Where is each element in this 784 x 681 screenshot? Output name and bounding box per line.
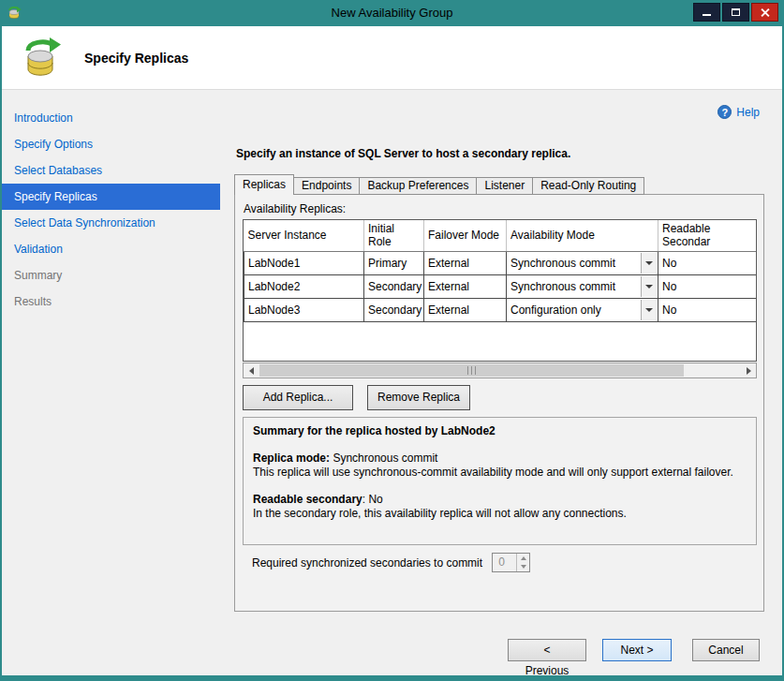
sidebar-item-specify-options[interactable]: Specify Options	[2, 131, 220, 157]
cell-failover: External	[424, 251, 507, 274]
wizard-dialog: Specify Replicas Introduction Specify Op…	[2, 26, 782, 675]
minimize-icon	[703, 14, 711, 16]
wizard-content: ? Help Specify an instance of SQL Server…	[220, 91, 782, 675]
tab-listener[interactable]: Listener	[476, 177, 533, 195]
readable-secondary-description: In the secondary role, this availability…	[253, 507, 747, 521]
availability-mode-dropdown[interactable]: Synchronous commit	[507, 252, 658, 274]
dropdown-value: Configuration only	[507, 303, 601, 317]
title-bar: New Availability Group	[0, 0, 784, 26]
cell-readable: No	[658, 274, 758, 298]
table-row[interactable]: LabNode2 Secondary External Synchronous …	[244, 274, 758, 298]
window-controls	[693, 3, 778, 22]
maximize-icon	[732, 8, 740, 16]
cell-role: Secondary	[364, 298, 424, 321]
cell-failover: External	[424, 274, 507, 298]
scroll-left-icon	[249, 367, 254, 375]
table-row[interactable]: LabNode1 Primary External Synchronous co…	[244, 251, 758, 274]
maximize-button[interactable]	[722, 3, 749, 22]
spinner-value: 0	[493, 554, 516, 571]
remove-replica-button[interactable]: Remove Replica	[367, 385, 470, 410]
col-readable-secondary: Readable Secondar	[658, 220, 758, 251]
page-title: Specify Replicas	[84, 51, 188, 66]
cell-failover: External	[424, 298, 507, 321]
availability-group-icon	[19, 37, 62, 80]
close-icon	[760, 7, 770, 18]
readable-secondary-label: Readable secondary	[253, 493, 362, 506]
close-button[interactable]	[751, 3, 778, 22]
horizontal-scrollbar[interactable]	[243, 363, 757, 378]
replicas-grid: Server Instance Initial Role Failover Mo…	[243, 219, 757, 362]
tab-replicas[interactable]: Replicas	[234, 174, 294, 195]
cell-readable: No	[658, 298, 758, 321]
replica-mode-description: This replica will use synchronous-commit…	[253, 466, 747, 480]
cell-role: Secondary	[364, 274, 424, 298]
replica-mode-value: Synchronous commit	[333, 452, 437, 465]
replica-mode-label: Replica mode:	[253, 452, 330, 465]
minimize-button[interactable]	[693, 3, 720, 22]
grid-header-row: Server Instance Initial Role Failover Mo…	[244, 220, 758, 251]
readable-secondary-value: : No	[362, 493, 383, 506]
tab-endpoints[interactable]: Endpoints	[293, 177, 360, 195]
cell-server: LabNode3	[244, 298, 364, 321]
quorum-label: Required synchronized secondaries to com…	[252, 556, 482, 570]
scroll-right-button[interactable]	[741, 363, 756, 378]
spin-down-button[interactable]	[517, 563, 529, 572]
chevron-down-icon[interactable]	[641, 276, 657, 297]
col-failover-mode: Failover Mode	[424, 220, 507, 251]
help-icon: ?	[717, 105, 732, 119]
tab-backup-preferences[interactable]: Backup Preferences	[359, 177, 477, 195]
wizard-footer: < Previous Next > Cancel	[508, 639, 760, 661]
wizard-steps-sidebar: Introduction Specify Options Select Data…	[2, 91, 220, 675]
spin-up-button[interactable]	[517, 554, 529, 563]
scrollbar-track[interactable]	[259, 363, 741, 378]
col-initial-role: Initial Role	[364, 220, 424, 251]
replica-summary-panel: Summary for the replica hosted by LabNod…	[243, 417, 757, 545]
cell-role: Primary	[364, 251, 424, 274]
cell-readable: No	[658, 251, 758, 274]
cell-server: LabNode1	[244, 251, 364, 274]
tab-read-only-routing[interactable]: Read-Only Routing	[532, 177, 644, 195]
chevron-down-icon[interactable]	[641, 253, 657, 274]
chevron-down-icon[interactable]	[641, 300, 657, 320]
col-server-instance: Server Instance	[244, 220, 364, 251]
availability-mode-dropdown[interactable]: Configuration only	[507, 299, 658, 321]
table-row[interactable]: LabNode3 Secondary External Configuratio…	[244, 298, 758, 321]
replicas-tab-panel: Availability Replicas: Server Instance I…	[234, 194, 764, 612]
sidebar-item-results: Results	[2, 289, 220, 315]
scrollbar-thumb[interactable]	[259, 364, 684, 377]
help-label: Help	[736, 106, 760, 119]
sidebar-item-select-databases[interactable]: Select Databases	[2, 157, 220, 184]
availability-mode-dropdown[interactable]: Synchronous commit	[507, 275, 658, 298]
window-title: New Availability Group	[0, 6, 784, 20]
sidebar-item-summary: Summary	[2, 262, 220, 289]
sidebar-item-specify-replicas[interactable]: Specify Replicas	[2, 184, 220, 210]
add-replica-button[interactable]: Add Replica...	[243, 385, 353, 410]
dropdown-value: Synchronous commit	[507, 280, 615, 293]
spin-up-icon	[521, 556, 526, 560]
tab-strip: Replicas Endpoints Backup Preferences Li…	[234, 174, 643, 195]
sidebar-item-introduction[interactable]: Introduction	[2, 105, 220, 131]
instruction-text: Specify an instance of SQL Server to hos…	[236, 147, 570, 160]
scroll-left-button[interactable]	[244, 363, 259, 378]
col-availability-mode: Availability Mode	[507, 220, 658, 251]
spin-down-icon	[521, 565, 526, 569]
secondaries-spinner[interactable]: 0	[492, 553, 530, 572]
sidebar-item-select-data-sync[interactable]: Select Data Synchronization	[2, 210, 220, 236]
scroll-right-icon	[747, 367, 751, 375]
previous-button[interactable]: < Previous	[508, 639, 586, 661]
new-availability-group-window: New Availability Group Specify Replicas …	[0, 0, 784, 681]
sidebar-item-validation[interactable]: Validation	[2, 236, 220, 262]
scrollbar-grip-icon	[467, 366, 477, 375]
next-button[interactable]: Next >	[602, 639, 672, 661]
cancel-button[interactable]: Cancel	[692, 639, 760, 661]
help-link[interactable]: ? Help	[717, 105, 760, 119]
grid-label: Availability Replicas:	[244, 202, 346, 215]
cell-server: LabNode2	[244, 274, 364, 298]
dropdown-value: Synchronous commit	[507, 257, 615, 270]
wizard-header: Specify Replicas	[2, 26, 782, 90]
summary-title: Summary for the replica hosted by LabNod…	[253, 424, 747, 438]
